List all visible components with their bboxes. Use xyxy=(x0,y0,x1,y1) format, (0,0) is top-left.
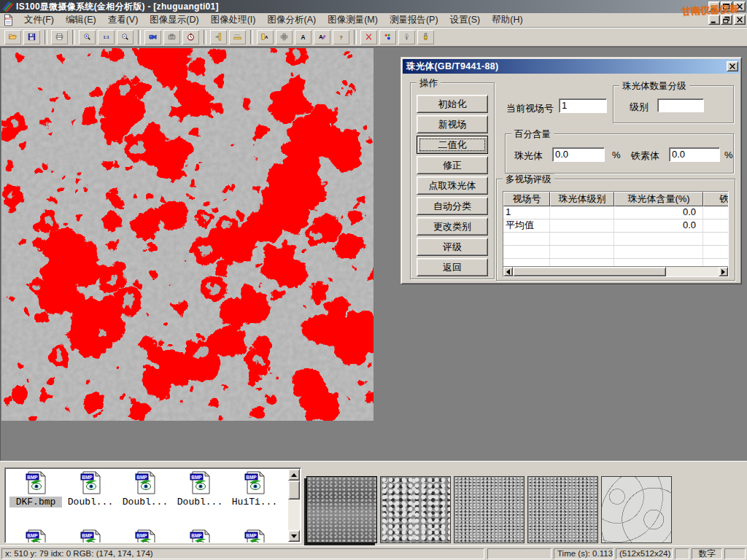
op-button-1[interactable]: 新视场 xyxy=(417,115,488,133)
status-bar: x: 510 y: 79 idx: 0 RGB: (174, 174, 174)… xyxy=(0,545,747,560)
save-button[interactable] xyxy=(23,29,41,45)
table-row-2[interactable] xyxy=(503,233,728,246)
file-list-scrollbar[interactable] xyxy=(288,469,300,542)
micrograph-thumbnail-1[interactable] xyxy=(306,476,377,543)
micrograph-thumbnail-5[interactable] xyxy=(601,476,672,543)
table-row-0[interactable]: 10.0 xyxy=(503,206,728,219)
camera-button[interactable] xyxy=(163,29,181,45)
bmp-file-icon: BMP xyxy=(243,529,267,543)
level-input[interactable] xyxy=(657,98,704,112)
file-item-clipped[interactable]: BMP xyxy=(64,529,117,543)
table-cell xyxy=(550,233,614,245)
scroll-left-button[interactable] xyxy=(503,267,513,276)
file-item-4[interactable]: BMPHuiTi... xyxy=(228,471,281,513)
file-label[interactable]: Doubl... xyxy=(64,497,117,508)
op-button-6[interactable]: 更改类别 xyxy=(417,217,488,236)
help-button[interactable]: ? xyxy=(332,29,350,45)
op-button-7[interactable]: 评级 xyxy=(417,238,488,256)
classify-particles-icon xyxy=(384,30,392,44)
menu-item-2[interactable]: 查看(V) xyxy=(102,12,144,28)
print-button[interactable] xyxy=(50,29,69,45)
table-column-header-1[interactable]: 珠光体级别 xyxy=(550,192,614,206)
ruler-button[interactable] xyxy=(228,29,247,45)
ferrite-percent-input[interactable]: 0.0 xyxy=(669,147,720,162)
op-button-8[interactable]: 返回 xyxy=(417,258,488,276)
video-camera-button[interactable] xyxy=(144,29,162,45)
svg-text:BMP: BMP xyxy=(246,475,257,480)
table-row-1[interactable]: 平均值0.0 xyxy=(503,219,728,233)
timer-icon xyxy=(187,30,195,44)
menu-item-4[interactable]: 图像处理(I) xyxy=(205,12,262,28)
multi-field-legend: 多视场评级 xyxy=(503,174,554,186)
caliper-button[interactable] xyxy=(209,29,228,45)
current-field-input[interactable]: 1 xyxy=(559,98,607,113)
file-item-clipped[interactable]: BMP xyxy=(174,529,226,543)
menu-item-0[interactable]: 文件(F) xyxy=(18,12,60,28)
file-label[interactable]: Doubl... xyxy=(174,497,226,508)
ferrite-percent-unit: % xyxy=(724,149,733,160)
file-item-3[interactable]: BMPDoubl... xyxy=(174,471,226,513)
edit-text-button[interactable]: A xyxy=(313,29,331,45)
menu-item-5[interactable]: 图像分析(A) xyxy=(261,12,322,28)
curve-cut-button[interactable] xyxy=(360,29,378,45)
table-column-header-2[interactable]: 珠光体含量(%) xyxy=(614,192,703,206)
file-item-2[interactable]: BMPDoubl... xyxy=(119,471,171,513)
micrograph-thumbnail-4[interactable] xyxy=(527,476,598,543)
mdi-close-button[interactable] xyxy=(734,15,746,25)
dialog-title: 珠光体(GB/T9441-88) xyxy=(403,61,498,73)
measure-text-icon: A xyxy=(261,30,269,44)
op-button-5[interactable]: 自动分类 xyxy=(417,197,488,215)
op-button-4[interactable]: 点取珠光体 xyxy=(417,176,488,195)
actual-size-button[interactable]: 1:1 xyxy=(97,29,115,45)
file-label[interactable]: HuiTi... xyxy=(228,497,281,508)
scroll-right-button[interactable] xyxy=(719,267,728,276)
up-arrow-icon xyxy=(291,473,297,477)
table-horizontal-scrollbar[interactable] xyxy=(503,266,728,276)
micrograph-thumbnail-2[interactable] xyxy=(380,476,451,543)
micrograph-thumbnail-3[interactable] xyxy=(454,476,525,543)
file-label[interactable]: Doubl... xyxy=(119,497,171,508)
dialog-title-bar[interactable]: 珠光体(GB/T9441-88) xyxy=(403,59,740,74)
open-folder-button[interactable] xyxy=(4,29,22,45)
menu-item-3[interactable]: 图像显示(D) xyxy=(144,12,204,28)
menu-item-8[interactable]: 设置(S) xyxy=(444,12,487,28)
micrograph-image[interactable] xyxy=(1,48,374,421)
svg-text:DOC: DOC xyxy=(5,17,12,20)
text-button[interactable]: A xyxy=(294,29,312,45)
file-label[interactable]: DKF.bmp xyxy=(9,497,62,508)
menu-item-7[interactable]: 测量报告(P) xyxy=(384,12,444,28)
table-row-3[interactable] xyxy=(503,246,728,259)
zoom-out-button[interactable] xyxy=(116,29,134,45)
file-item-clipped[interactable]: BMP xyxy=(228,529,281,543)
menu-item-6[interactable]: 图像测量(M) xyxy=(322,12,384,28)
file-item-1[interactable]: BMPDoubl... xyxy=(64,471,117,513)
op-button-0[interactable]: 初始化 xyxy=(417,95,488,113)
table-column-header-3[interactable]: 铁素体含量(%) xyxy=(703,192,729,206)
scrollbar-thumb[interactable] xyxy=(288,481,300,499)
scroll-up-button[interactable] xyxy=(288,469,300,481)
scrollbar-thumb[interactable] xyxy=(513,267,666,276)
op-button-2[interactable]: 二值化 xyxy=(417,136,488,154)
timer-button[interactable] xyxy=(182,29,200,45)
pearlite-percent-input[interactable]: 0.0 xyxy=(552,147,605,162)
zoom-in-button[interactable] xyxy=(78,29,96,45)
menu-item-1[interactable]: 编辑(E) xyxy=(60,12,102,28)
classify-particles-button[interactable] xyxy=(379,29,397,45)
grid-cross-button[interactable] xyxy=(275,29,293,45)
file-item-clipped[interactable]: BMP xyxy=(9,529,62,543)
table-column-header-0[interactable]: 视场号 xyxy=(503,192,550,206)
scrollbar-track[interactable] xyxy=(666,267,719,276)
scroll-down-button[interactable] xyxy=(288,530,300,542)
pen-button[interactable] xyxy=(398,29,416,45)
left-arrow-icon xyxy=(506,269,510,275)
bmp-file-icon: BMP xyxy=(188,529,212,543)
title-bar[interactable]: IS100显微摄像系统(金相分析版) - [zhuguangti01] xyxy=(0,0,747,13)
status-blank-2 xyxy=(675,548,689,559)
op-button-3[interactable]: 修正 xyxy=(417,156,488,174)
dialog-close-button[interactable] xyxy=(727,61,738,71)
brush-button[interactable] xyxy=(417,29,435,45)
file-item-clipped[interactable]: BMP xyxy=(119,529,171,543)
menu-item-9[interactable]: 帮助(H) xyxy=(486,12,528,28)
file-item-0[interactable]: BMPDKF.bmp xyxy=(9,471,62,513)
measure-text-button[interactable]: A xyxy=(256,29,274,45)
